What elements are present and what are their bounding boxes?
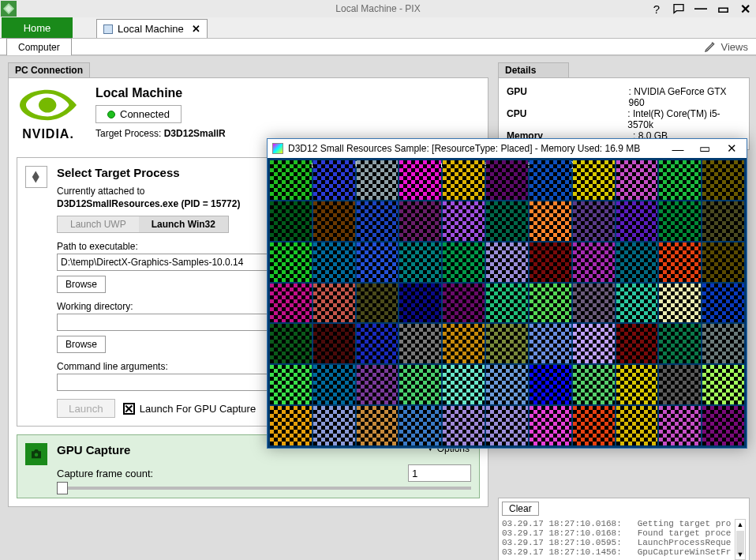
texture-tile xyxy=(616,365,658,404)
texture-tile xyxy=(313,284,355,323)
texture-tile xyxy=(616,201,658,241)
texture-tile xyxy=(702,406,744,445)
texture-tile xyxy=(357,160,399,200)
views-button[interactable]: Views xyxy=(704,40,748,53)
texture-tile xyxy=(616,160,658,200)
texture-tile xyxy=(270,406,312,445)
texture-tile xyxy=(486,242,528,282)
svg-point-0 xyxy=(43,101,51,109)
texture-tile xyxy=(443,324,485,363)
frame-count-input[interactable] xyxy=(408,464,471,482)
target-icon xyxy=(25,166,47,188)
texture-tile xyxy=(357,242,399,282)
details-row: CPU: Intel(R) Core(TM) i5-3570k xyxy=(507,108,741,130)
nvidia-logo: NVIDIA. xyxy=(17,86,80,141)
texture-tile xyxy=(616,324,658,363)
texture-tile xyxy=(486,365,528,404)
window-controls: ? — ▭ ✕ xyxy=(646,0,756,17)
texture-tile xyxy=(270,160,312,200)
close-button[interactable]: ✕ xyxy=(734,0,756,17)
help-button[interactable]: ? xyxy=(646,0,668,17)
sample-title: D3D12 Small Resources Sample: [ResourceT… xyxy=(288,143,640,154)
log-vertical-scrollbar[interactable]: ▲ ▼ xyxy=(735,519,746,560)
texture-tile xyxy=(443,406,485,445)
texture-tile xyxy=(357,324,399,363)
texture-tile xyxy=(702,324,744,363)
window-title: Local Machine - PIX xyxy=(0,3,756,14)
texture-tile xyxy=(530,242,571,282)
edit-icon xyxy=(704,40,717,53)
tab-launch-uwp[interactable]: Launch UWP xyxy=(58,216,139,232)
texture-tile xyxy=(659,284,701,323)
browse-path-button[interactable]: Browse xyxy=(57,276,106,293)
document-tab-label: Local Machine xyxy=(118,23,184,35)
texture-tile xyxy=(530,284,571,323)
texture-tile xyxy=(530,324,571,363)
texture-tile xyxy=(616,284,658,323)
details-row: GPU: NVIDIA GeForce GTX 960 xyxy=(507,86,741,108)
maximize-button[interactable]: ▭ xyxy=(712,0,734,17)
local-machine-title: Local Machine xyxy=(95,86,226,100)
browse-workdir-button[interactable]: Browse xyxy=(57,336,106,353)
texture-tile xyxy=(399,365,441,404)
texture-tile xyxy=(486,324,528,363)
texture-tile xyxy=(399,160,441,200)
details-header: Details xyxy=(498,62,569,78)
scroll-down-icon[interactable]: ▼ xyxy=(735,550,745,559)
log-panel: Clear 03.29.17 18:27:10.0168: Getting ta… xyxy=(498,498,750,560)
texture-tile xyxy=(313,365,355,404)
texture-tile xyxy=(399,201,441,241)
document-icon xyxy=(103,24,113,34)
texture-tile xyxy=(399,324,441,363)
sample-window-controls: — ▭ ✕ xyxy=(664,139,745,158)
texture-tile xyxy=(659,160,701,200)
launch-gpu-checkbox[interactable]: ✕ Launch For GPU Capture xyxy=(123,403,256,415)
tab-launch-win32[interactable]: Launch Win32 xyxy=(139,216,228,232)
minimize-button[interactable]: — xyxy=(690,0,712,17)
texture-tile xyxy=(443,284,485,323)
texture-tile xyxy=(573,201,615,241)
target-process-line: Target Process: D3D12SmallR xyxy=(95,128,226,139)
status-dot-icon xyxy=(107,111,115,118)
document-tab[interactable]: Local Machine ✕ xyxy=(96,19,208,38)
texture-tile xyxy=(573,406,615,445)
texture-tile xyxy=(443,160,485,200)
texture-tile xyxy=(443,365,485,404)
frame-count-label: Capture frame count: xyxy=(57,468,408,479)
checkbox-icon: ✕ xyxy=(123,403,135,415)
texture-tile xyxy=(443,242,485,282)
feedback-button[interactable] xyxy=(668,0,690,17)
texture-tile xyxy=(659,324,701,363)
sample-maximize-button[interactable]: ▭ xyxy=(691,139,718,158)
texture-tile xyxy=(357,284,399,323)
launch-type-tabs: Launch UWP Launch Win32 xyxy=(57,216,229,233)
texture-tile xyxy=(659,406,701,445)
tab-computer[interactable]: Computer xyxy=(6,38,72,55)
texture-tile xyxy=(659,242,701,282)
sample-minimize-button[interactable]: — xyxy=(664,139,691,158)
slider-thumb[interactable] xyxy=(57,482,68,494)
texture-tile xyxy=(399,406,441,445)
frame-count-slider[interactable] xyxy=(57,487,471,490)
texture-tile xyxy=(573,365,615,404)
texture-tile xyxy=(659,365,701,404)
document-tab-close-icon[interactable]: ✕ xyxy=(192,23,200,35)
texture-tile xyxy=(357,201,399,241)
texture-tile xyxy=(270,365,312,404)
log-clear-button[interactable]: Clear xyxy=(502,502,539,516)
texture-tile xyxy=(399,284,441,323)
scroll-up-icon[interactable]: ▲ xyxy=(735,520,745,529)
home-button[interactable]: Home xyxy=(2,17,73,38)
texture-tile xyxy=(573,160,615,200)
texture-tile xyxy=(573,324,615,363)
texture-tile xyxy=(357,406,399,445)
connection-status: Connected xyxy=(95,105,182,123)
texture-tile xyxy=(616,242,658,282)
views-label: Views xyxy=(721,41,748,53)
launch-button[interactable]: Launch xyxy=(57,399,115,418)
texture-tile xyxy=(573,242,615,282)
texture-tile xyxy=(313,242,355,282)
texture-tile xyxy=(530,406,571,445)
texture-tile xyxy=(313,406,355,445)
sample-close-button[interactable]: ✕ xyxy=(718,139,745,158)
